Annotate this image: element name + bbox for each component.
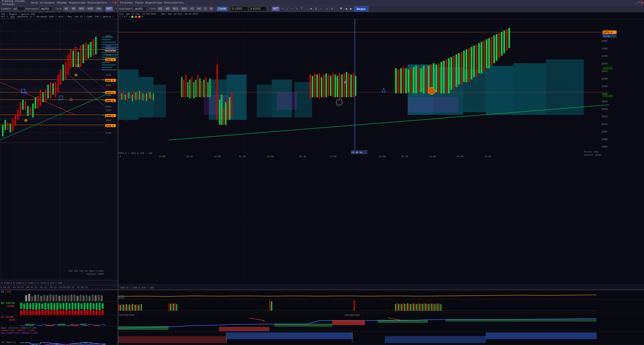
draw-dollar[interactable]: $ (314, 7, 318, 11)
draw-cursor[interactable]: ↖ (280, 7, 285, 11)
minimize-btn-left[interactable]: _ (109, 1, 111, 4)
svg-rect-156 (134, 91, 135, 100)
contract-input-right[interactable] (134, 7, 146, 11)
draw-hline[interactable]: ─ (290, 7, 294, 11)
svg-rect-178 (201, 81, 203, 97)
svg-rect-172 (189, 80, 191, 98)
contract-input-left[interactable] (40, 7, 53, 11)
svg-rect-361 (23, 309, 25, 315)
menu-ustanovki[interactable]: Установки (40, 1, 55, 4)
draw-text[interactable]: T (299, 7, 304, 11)
contract-label-right: Контракт (119, 7, 133, 10)
draw-rect[interactable]: □ (295, 7, 299, 11)
svg-rect-395 (120, 296, 120, 299)
left-chart-area[interactable]: 1974.9 1962.6 1901.8 1873.2 1850.9 1789.… (0, 19, 118, 280)
svg-rect-446 (427, 303, 428, 311)
tool-3[interactable]: ↔ (334, 7, 339, 11)
svg-text:1840: 1840 (106, 106, 111, 108)
tf-m30-left[interactable]: M30 (86, 7, 94, 11)
svg-rect-391 (25, 324, 34, 326)
svg-rect-352 (81, 303, 83, 309)
tf-m1-right[interactable]: M1 (157, 7, 164, 11)
symbol-input[interactable] (12, 7, 25, 11)
tf-m1-left[interactable]: M1 (63, 7, 70, 11)
svg-rect-425 (395, 304, 396, 311)
draw-line[interactable]: ╱ (285, 7, 290, 11)
svg-line-462 (249, 318, 264, 321)
svg-rect-392 (58, 324, 65, 326)
menu-obemy[interactable]: Объёмы (57, 1, 67, 4)
svg-rect-432 (406, 304, 407, 311)
cot-chart-svg (0, 335, 118, 345)
candle-btn[interactable]: Candle (217, 7, 228, 11)
svg-rect-158 (137, 93, 138, 100)
svg-text:01.03: 01.03 (239, 155, 246, 158)
svg-rect-139 (486, 66, 513, 115)
svg-rect-355 (90, 303, 92, 310)
bo-indicator-left: BO 138729 -36309 (0, 301, 118, 315)
svg-rect-196 (316, 75, 318, 97)
svg-rect-409 (133, 304, 134, 311)
right-chart-area[interactable]: 1970 1965 1960 1955 1950 1945 1940 1935 … (118, 19, 644, 285)
svg-rect-401 (121, 304, 122, 311)
load-btn-right[interactable]: Загруз. (354, 6, 368, 11)
tool-zoom[interactable]: 🔍 (339, 7, 344, 11)
draw-arrow[interactable]: ↓ (304, 7, 309, 11)
close-btn-left[interactable]: ✕ (115, 1, 116, 4)
minimize-btn-right[interactable]: _ (635, 1, 637, 4)
svg-rect-43 (17, 110, 19, 120)
svg-text:14:00: 14:00 (330, 155, 336, 158)
menu-user-right[interactable]: Пользователь (164, 1, 184, 4)
svg-rect-242 (466, 49, 467, 82)
draw-circle[interactable]: ○ (319, 7, 323, 11)
tf-m15-right[interactable]: M15 (172, 7, 179, 11)
svg-rect-72 (90, 42, 92, 57)
menu-user-left[interactable]: Пользователь (87, 1, 107, 4)
svg-rect-148 (120, 92, 121, 100)
date-from[interactable] (231, 7, 248, 11)
tf-w-right[interactable]: W (209, 7, 214, 11)
tf-h1-right[interactable]: H1 (189, 7, 195, 11)
hft-btn-left[interactable]: HFT (105, 7, 113, 11)
svg-rect-88 (102, 70, 117, 70)
menu-indicators-left[interactable]: Индикаторы (69, 1, 85, 4)
svg-text:PutVol 7891: PutVol 7891 (584, 151, 599, 153)
svg-rect-461 (445, 319, 596, 322)
svg-rect-316 (55, 295, 57, 301)
tf-d-right[interactable]: D (203, 7, 208, 11)
svg-rect-244 (471, 47, 472, 80)
close-btn-right[interactable]: ✕ (641, 1, 642, 4)
svg-rect-318 (61, 295, 63, 301)
menu-rynki[interactable]: Рынки (135, 1, 143, 4)
date-to[interactable] (249, 7, 267, 11)
svg-rect-387 (102, 310, 104, 315)
tf-m5-right[interactable]: M5 (164, 7, 171, 11)
tf-m15-left[interactable]: M15 (78, 7, 86, 11)
svg-rect-207 (341, 75, 343, 97)
app-title-left: Trading Volume Terminal (2, 0, 29, 6)
menu-indicators-right[interactable]: Индикаторы (145, 1, 162, 4)
tool-1[interactable]: ⊹ (325, 7, 329, 11)
tf-m5-left[interactable]: M5 (70, 7, 77, 11)
tool-2[interactable]: ⊡ (330, 7, 334, 11)
tool-5[interactable]: ▶ (349, 7, 353, 11)
svg-text:1850.9: 1850.9 (106, 100, 114, 102)
maximize-btn-left[interactable]: □ (112, 1, 114, 4)
maximize-btn-right[interactable]: □ (638, 1, 640, 4)
svg-rect-173 (191, 77, 193, 97)
svg-rect-403 (124, 305, 125, 311)
hft-btn-right[interactable]: HFT (272, 7, 280, 11)
tf-obs-left[interactable]: Обс (95, 7, 103, 11)
svg-rect-152 (127, 93, 128, 101)
svg-rect-333 (23, 303, 25, 309)
tool-4[interactable]: ◀ (344, 7, 349, 11)
svg-rect-241 (463, 51, 465, 82)
contract-label: Контракт (26, 7, 39, 10)
svg-rect-393 (81, 324, 87, 325)
tf-m30-right[interactable]: M30 (180, 7, 188, 11)
svg-rect-67 (78, 52, 79, 67)
svg-rect-66 (75, 47, 77, 67)
draw-star[interactable]: ★ (309, 7, 314, 11)
svg-rect-232 (440, 62, 442, 93)
tf-h4-right[interactable]: H4 (196, 7, 202, 11)
